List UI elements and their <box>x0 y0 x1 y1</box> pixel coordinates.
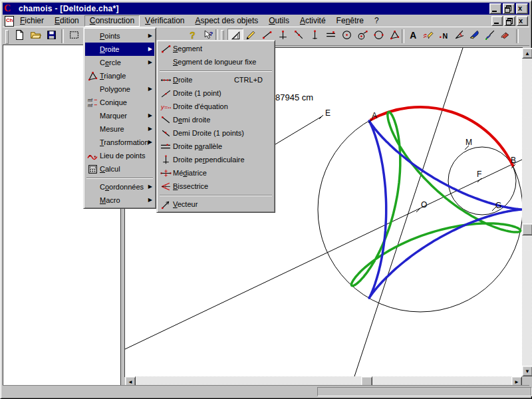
submenu-arrow-icon: ▶ <box>148 59 152 65</box>
menu-item-label: Segment <box>173 45 202 53</box>
toolbar-save-file-button[interactable] <box>44 29 59 43</box>
m-triangle-icon <box>85 70 100 81</box>
circle-icon <box>373 29 384 43</box>
mdi-close-button[interactable]: x <box>517 16 528 26</box>
mdi-minimize-button[interactable] <box>491 16 503 26</box>
menubar-item-construction[interactable]: Construction <box>84 15 140 27</box>
submenu-item-demi-droite[interactable]: Demi droite <box>158 113 273 126</box>
scroll-up-button[interactable]: ▲ <box>522 48 532 59</box>
menu-item-transformation[interactable]: Transformation▶ <box>85 136 154 149</box>
menu-item-coordonn-es[interactable]: Coordonnées▶ <box>85 180 154 194</box>
restore-button[interactable] <box>503 3 515 14</box>
menu-item-label: Transformation <box>100 138 149 146</box>
mediatrice-icon <box>309 29 321 43</box>
menubar-item-outils[interactable]: Outils <box>263 15 295 27</box>
svg-text:A: A <box>410 29 416 40</box>
toolbar-new-file-button[interactable] <box>12 29 27 43</box>
submenu-item-vecteur[interactable]: Vecteur <box>158 198 273 211</box>
toolbar-named-point-button[interactable]: N <box>436 29 451 43</box>
point-label-A: A <box>372 111 377 120</box>
submenu-item-droite-parall-le[interactable]: Droite parallèle <box>158 140 273 153</box>
menu-item-calcul[interactable]: Calcul <box>85 162 154 176</box>
menu-item-mesure[interactable]: Mesure▶ <box>85 122 154 136</box>
scroll-down-button[interactable]: ▼ <box>522 366 532 376</box>
close-button[interactable]: x <box>516 3 528 14</box>
app-icon: C <box>4 4 15 13</box>
toolbar-text-tool-button[interactable]: A <box>406 29 420 43</box>
m-droite1-icon <box>158 88 173 98</box>
blank-icon <box>85 57 100 68</box>
toolbar-circle-radius-button[interactable] <box>355 29 370 43</box>
menu-item-label: Marquer <box>100 112 127 120</box>
menu-item-marquer[interactable]: Marquer▶ <box>85 109 154 122</box>
minimize-button[interactable] <box>489 3 501 14</box>
submenu-item-droite-perpendiculaire[interactable]: Droite perpendiculaire <box>158 153 273 166</box>
toolbar-perpendicular-line-button[interactable] <box>275 29 290 43</box>
status-field <box>317 387 532 396</box>
menu-item-conique[interactable]: mfmfConique <box>85 96 154 109</box>
angle-mark-icon <box>454 29 465 43</box>
menu-item-polygone[interactable]: Polygone▶ <box>85 82 154 96</box>
menubar-item-v-rification[interactable]: Vérification <box>140 15 190 27</box>
submenu-item-segment[interactable]: Segment <box>158 42 273 55</box>
menu-item-triangle[interactable]: Triangle <box>85 69 154 82</box>
toolbar-angle-mark-button[interactable] <box>452 29 466 43</box>
blank-icon <box>85 44 100 55</box>
menubar-item-help[interactable]: ? <box>369 15 384 27</box>
toolbar-mediatrice-button[interactable] <box>307 29 322 43</box>
submenu-item-m-diatrice[interactable]: Médiatrice <box>158 166 273 180</box>
toolbar-select-rectangle-button[interactable] <box>66 29 81 43</box>
menu-item-label: Calcul <box>100 165 120 173</box>
menu-separator <box>85 176 154 180</box>
toolbar-brush-button[interactable] <box>482 29 497 43</box>
submenu-arrow-icon: ▶ <box>148 46 152 52</box>
menu-item-label: Cercle <box>100 59 121 66</box>
toolbar-triangle-button[interactable] <box>387 29 402 43</box>
menu-item-droite[interactable]: Droite▶ <box>85 43 154 56</box>
menubar-item-edition[interactable]: Edition <box>49 15 84 27</box>
menu-item-label: Droite d'équation <box>173 102 228 110</box>
eraser-icon <box>499 29 511 43</box>
submenu-item-droite[interactable]: DroiteCTRL+D <box>158 73 273 86</box>
title-bar: C chamois - [Deltoide.cha*] x <box>3 3 529 15</box>
document-icon[interactable]: Ch <box>4 16 15 26</box>
toolbar-annotate-button[interactable] <box>421 29 436 43</box>
menu-item-macro[interactable]: Macro▶ <box>85 194 154 207</box>
menu-item-points[interactable]: Points▶ <box>85 29 154 43</box>
submenu-item-bissectrice[interactable]: Bissectrice <box>158 180 273 193</box>
blank-icon <box>85 182 100 192</box>
menu-item-label: Droite perpendiculaire <box>173 156 245 164</box>
select-rectangle-icon <box>68 29 80 43</box>
menubar-item-activit[interactable]: Activité <box>295 15 331 27</box>
submenu-item-droite-d-quation[interactable]: y=Droite d'équation <box>158 100 273 113</box>
vertical-scrollbar[interactable]: ▲ ▼ <box>522 48 532 376</box>
point-label-B: B <box>511 156 516 165</box>
circle-radius-icon <box>357 29 368 43</box>
menu-item-label: Points <box>100 32 120 40</box>
submenu-item-segment-de-longueur-fixe[interactable]: Segment de longueur fixe <box>158 55 273 68</box>
toolbar-grip[interactable] <box>5 30 9 44</box>
mdi-restore-button[interactable] <box>504 16 515 26</box>
menu-item-cercle[interactable]: Cercle▶ <box>85 56 154 69</box>
toolbar-parallel-line-button[interactable] <box>323 29 338 43</box>
menu-item-lieu-de-points[interactable]: Lieu de points <box>85 149 154 162</box>
menu-item-label: Droite parallèle <box>173 142 222 150</box>
submenu-item-droite-1-point[interactable]: Droite (1 point) <box>158 86 273 100</box>
toolbar-open-file-button[interactable] <box>28 29 43 43</box>
toolbar-circle-button[interactable] <box>371 29 386 43</box>
toolbar-circle-center-button[interactable] <box>339 29 354 43</box>
toolbar-eraser-button[interactable] <box>497 29 512 43</box>
construction-line-2 <box>354 48 463 376</box>
blank-icon <box>158 57 173 67</box>
cone-fill-icon <box>469 29 480 43</box>
menubar-item-fen-tre[interactable]: Fenêtre <box>331 15 369 27</box>
menu-separator <box>158 68 273 73</box>
m-mediatrice-icon <box>158 168 173 178</box>
svg-text:y=: y= <box>160 102 168 110</box>
toolbar-half-line-button[interactable] <box>291 29 306 43</box>
submenu-item-demi-droite-1-points[interactable]: Demi Droite (1 points) <box>158 126 273 140</box>
menubar-item-aspect-des-objets[interactable]: Aspect des objets <box>190 15 263 27</box>
menubar-item-fichier[interactable]: Fichier <box>15 15 49 27</box>
toolbar-cone-fill-button[interactable] <box>467 29 481 43</box>
vertical-scroll-thumb[interactable] <box>522 223 532 235</box>
